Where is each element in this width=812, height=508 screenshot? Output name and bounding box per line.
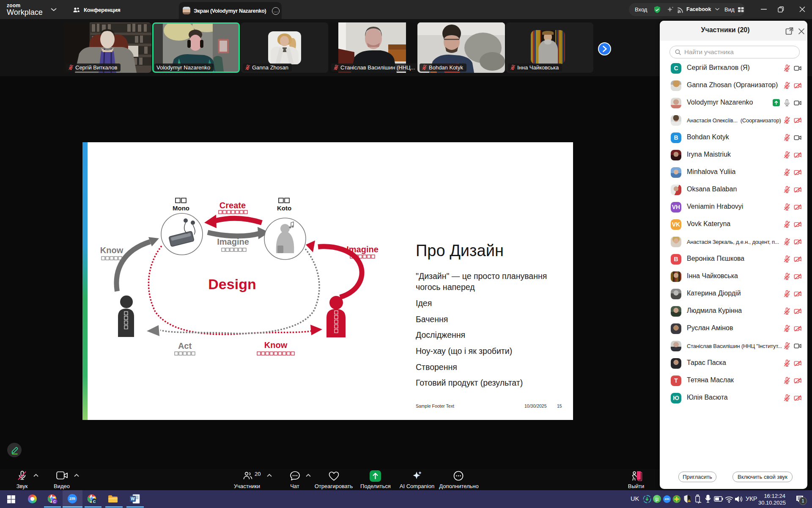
- svg-text:Imagine: Imagine: [346, 245, 379, 254]
- svg-text:C: C: [53, 500, 56, 504]
- svg-text:Create: Create: [219, 201, 246, 210]
- svg-text:!: !: [689, 500, 690, 502]
- svg-text:Know: Know: [264, 340, 288, 350]
- svg-text:Design: Design: [208, 276, 256, 292]
- svg-text:Imagine: Imagine: [217, 237, 249, 246]
- svg-text:C: C: [93, 500, 96, 504]
- svg-text:Know: Know: [100, 246, 123, 255]
- svg-text:W: W: [131, 497, 135, 501]
- svg-text:Act: Act: [178, 341, 192, 351]
- svg-text:Koto: Koto: [277, 204, 291, 212]
- svg-text:Mono: Mono: [173, 204, 189, 212]
